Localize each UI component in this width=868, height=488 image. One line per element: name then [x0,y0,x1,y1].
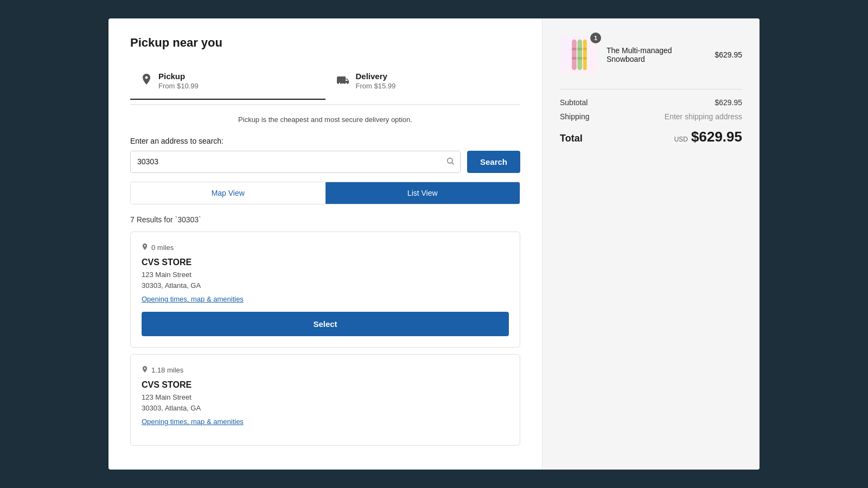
distance-text-1: 0 miles [151,243,174,252]
distance-text-2: 1.18 miles [151,366,183,374]
delivery-icon [336,74,349,87]
select-button-1[interactable]: Select [142,312,509,336]
delivery-options: Pickup From $10.99 Delivery From $15.99 [130,63,520,100]
info-text: Pickup is the cheapest and most secure d… [130,115,520,124]
pin-icon-2 [142,365,148,375]
store-distance-2: 1.18 miles [142,365,509,375]
svg-rect-10 [583,57,587,59]
product-name: The Multi-managed Snowboard [607,46,706,63]
right-panel: 1 The Multi-managed Snowboard $629.95 Su… [542,18,760,470]
delivery-label: Delivery [356,72,396,81]
search-label: Enter an address to search: [130,137,520,145]
pickup-price: From $10.99 [158,82,199,90]
store-link-2[interactable]: Opening times, map & amenities [142,418,509,426]
search-input-wrapper [130,151,461,174]
search-input[interactable] [131,151,460,173]
store-name-2: CVS STORE [142,380,509,390]
product-price: $629.95 [714,50,742,59]
svg-rect-3 [577,39,582,70]
store-address-1: 123 Main Street 30303, Atlanta, GA [142,269,509,291]
store-card-2: 1.18 miles CVS STORE 123 Main Street 303… [130,354,520,446]
pickup-option[interactable]: Pickup From $10.99 [130,63,326,100]
search-button[interactable]: Search [467,151,520,174]
svg-rect-2 [572,39,577,70]
map-view-button[interactable]: Map View [131,182,326,204]
svg-rect-5 [572,48,577,50]
order-item-info: The Multi-managed Snowboard [607,46,706,63]
shipping-row: Shipping Enter shipping address [560,112,742,121]
subtotal-label: Subtotal [560,98,588,107]
subtotal-row: Subtotal $629.95 [560,98,742,107]
item-badge: 1 [590,33,601,43]
results-label: 7 Results for `30303` [130,215,520,224]
pickup-icon [141,73,152,88]
total-currency: USD [674,136,688,143]
total-label: Total [560,133,583,144]
delivery-price: From $15.99 [356,82,396,90]
store-link-1[interactable]: Opening times, map & amenities [142,295,509,303]
store-distance-1: 0 miles [142,243,509,252]
svg-rect-7 [583,48,587,50]
svg-rect-9 [577,57,582,59]
order-item: 1 The Multi-managed Snowboard $629.95 [560,36,742,74]
svg-rect-6 [577,48,582,50]
store-card-1: 0 miles CVS STORE 123 Main Street 30303,… [130,232,520,348]
left-panel: Pickup near you Pickup From $10.99 [108,18,542,470]
svg-rect-4 [583,39,587,70]
shipping-value: Enter shipping address [665,112,742,121]
list-view-button[interactable]: List View [326,182,520,204]
store-name-1: CVS STORE [142,258,509,267]
view-toggle: Map View List View [130,182,520,204]
total-row: Total USD $629.95 [560,126,742,145]
subtotal-value: $629.95 [714,98,742,107]
store-address-2: 123 Main Street 30303, Atlanta, GA [142,392,509,413]
pin-icon-1 [142,243,148,252]
shipping-label: Shipping [560,112,590,121]
search-row: Search [130,151,520,174]
product-image-wrap: 1 [560,36,598,74]
order-summary: Subtotal $629.95 Shipping Enter shipping… [560,89,742,145]
main-container: Pickup near you Pickup From $10.99 [108,18,760,470]
svg-rect-8 [572,57,577,59]
pickup-label: Pickup [158,72,199,81]
total-value: $629.95 [691,129,742,145]
delivery-option[interactable]: Delivery From $15.99 [326,63,521,100]
divider [130,104,520,105]
page-title: Pickup near you [130,36,520,50]
